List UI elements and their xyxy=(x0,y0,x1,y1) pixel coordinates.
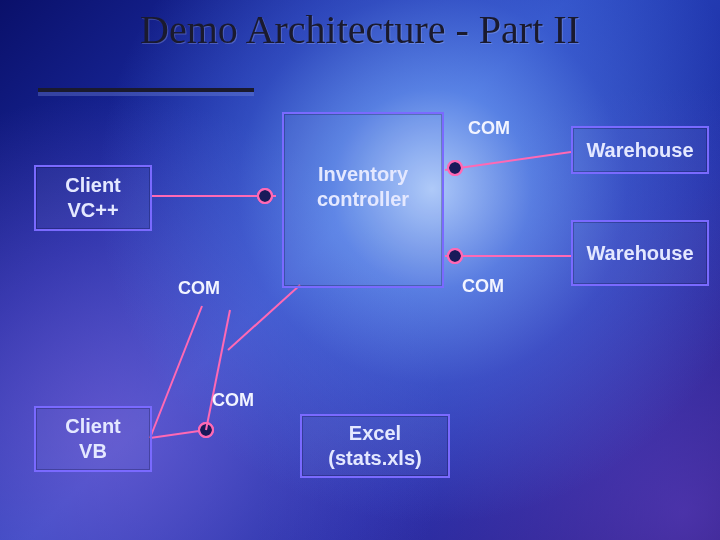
svg-point-5 xyxy=(448,161,462,175)
box-client-vb: Client VB xyxy=(34,406,152,472)
label-com-bottom: COM xyxy=(212,390,254,411)
label-com-mid-right: COM xyxy=(462,276,504,297)
svg-line-9 xyxy=(150,306,202,438)
svg-line-3 xyxy=(445,152,571,170)
svg-point-1 xyxy=(258,189,272,203)
box-warehouse-2: Warehouse xyxy=(571,220,709,286)
slide-stage: Demo Architecture - Part II Client VC++ … xyxy=(0,0,720,540)
svg-point-11 xyxy=(199,423,213,437)
title-underline xyxy=(38,88,254,92)
box-excel: Excel (stats.xls) xyxy=(300,414,450,478)
svg-point-2 xyxy=(258,189,272,203)
box-warehouse-1-label: Warehouse xyxy=(586,138,693,163)
box-excel-label: Excel (stats.xls) xyxy=(328,421,421,471)
box-client-vcpp-label: Client VC++ xyxy=(65,173,121,223)
svg-point-8 xyxy=(448,249,462,263)
box-warehouse-2-label: Warehouse xyxy=(586,241,693,266)
box-inventory-controller: Inventory controller xyxy=(282,112,444,288)
box-inventory-label: Inventory controller xyxy=(317,162,409,212)
slide-title: Demo Architecture - Part II xyxy=(0,6,720,53)
box-warehouse-1: Warehouse xyxy=(571,126,709,174)
svg-point-7 xyxy=(448,249,462,263)
svg-point-12 xyxy=(199,423,213,437)
box-client-vb-label: Client VB xyxy=(65,414,121,464)
svg-line-10 xyxy=(150,430,206,438)
svg-line-13 xyxy=(206,310,230,430)
svg-line-14 xyxy=(228,285,300,350)
svg-point-4 xyxy=(448,161,462,175)
label-com-top: COM xyxy=(468,118,510,139)
box-client-vcpp: Client VC++ xyxy=(34,165,152,231)
label-com-mid-left: COM xyxy=(178,278,220,299)
